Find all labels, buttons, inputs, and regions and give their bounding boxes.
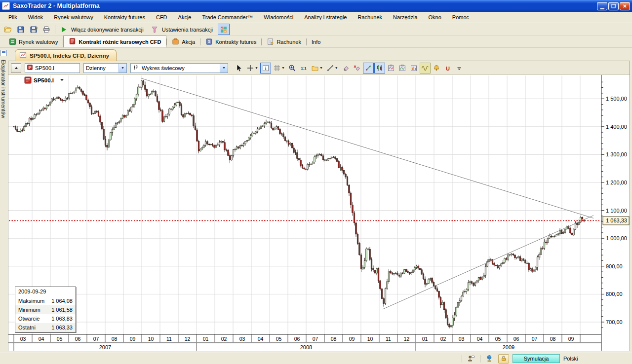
menu-bar: PlikWidokRynek walutowyKontrakty futures… <box>0 12 632 23</box>
trade-settings-icon[interactable] <box>149 24 160 35</box>
zoom-tool-icon[interactable] <box>287 63 298 73</box>
chart-window: SP500.I Dzienny ▼ Wykres świecowy ▼ ▼i▼1… <box>8 61 630 351</box>
module-tab-rynek-walutowy[interactable]: Rynek walutowy <box>4 36 63 47</box>
scale-arrows-icon[interactable] <box>363 63 374 73</box>
simulation-mode-badge[interactable]: Symulacja <box>513 354 560 363</box>
grid-settings-icon[interactable]: ▼ <box>272 63 286 73</box>
templates-folder-icon[interactable]: ▼ <box>310 63 324 73</box>
copy-image-icon[interactable] <box>397 63 408 73</box>
svg-text:02: 02 <box>221 336 227 342</box>
chevron-down-icon[interactable]: ▼ <box>220 64 228 73</box>
trade-settings-button[interactable]: Ustawienia transakcji <box>162 27 213 33</box>
magnet-icon[interactable]: U <box>442 63 453 73</box>
menu-item[interactable]: CFD <box>151 13 173 22</box>
svg-text:04: 04 <box>477 336 483 342</box>
svg-text:12: 12 <box>185 336 191 342</box>
title-bar: SaxoTrader 2 - Multiplatforma ▁ ❐ ✕ <box>0 0 632 12</box>
svg-text:03: 03 <box>459 336 465 342</box>
toolbar-overflow-icon[interactable] <box>454 63 465 73</box>
chevron-down-icon[interactable]: ▼ <box>255 66 258 70</box>
candlestick-chart[interactable]: 1 500,001 400,001 300,001 200,001 100,00… <box>8 75 630 351</box>
open-document-icon[interactable] <box>2 24 14 35</box>
menu-item[interactable]: Okno <box>423 13 447 22</box>
one-to-one-icon[interactable]: 1:1 <box>298 63 309 73</box>
alerts-icon[interactable] <box>431 63 442 73</box>
save-icon[interactable] <box>15 24 27 35</box>
pointer-tool-icon[interactable] <box>234 63 244 73</box>
svg-text:05: 05 <box>495 336 501 342</box>
menu-item[interactable]: Kontrakty futures <box>99 13 151 22</box>
chevron-down-icon[interactable]: ▼ <box>118 64 126 73</box>
collapse-panel-button[interactable] <box>11 63 21 73</box>
svg-text:03: 03 <box>239 336 245 342</box>
svg-text:06: 06 <box>514 336 519 342</box>
svg-text:07: 07 <box>532 336 538 342</box>
instrument-input[interactable]: SP500.I <box>25 63 80 73</box>
trendline-tool-icon[interactable]: ▼ <box>325 63 340 73</box>
chart-type-select[interactable]: Wykres świecowy ▼ <box>130 63 228 73</box>
candle-colors-icon[interactable] <box>374 63 385 73</box>
fx-tab-icon <box>9 38 16 46</box>
print-icon[interactable] <box>40 24 52 35</box>
menu-item[interactable]: Rachunek <box>352 13 388 22</box>
svg-text:U: U <box>446 65 450 71</box>
menu-item[interactable]: Akcje <box>173 13 197 22</box>
svg-text:05: 05 <box>276 336 282 342</box>
language-label[interactable]: Polski <box>563 356 584 362</box>
menu-item[interactable]: Widok <box>23 13 49 22</box>
instrument-explorer-button[interactable] <box>0 50 7 56</box>
chevron-down-icon[interactable]: ▼ <box>335 66 338 70</box>
status-bar: Symulacja Polski <box>0 353 632 364</box>
svg-text:10: 10 <box>367 336 373 342</box>
module-tab-label: Rynek walutowy <box>19 39 58 45</box>
svg-text:01: 01 <box>422 336 428 342</box>
lock-icon[interactable] <box>498 354 509 364</box>
module-tab-info[interactable]: Info <box>307 36 325 47</box>
chat-user-icon[interactable] <box>466 354 476 364</box>
export-chart-icon[interactable] <box>408 63 419 73</box>
menu-item[interactable]: Rynek walutowy <box>48 13 98 22</box>
enable-trading-button[interactable]: Włącz dokonywanie transakcji <box>71 27 144 33</box>
tooltip-value: 1 063,33 <box>51 325 73 330</box>
chevron-down-icon[interactable]: ▼ <box>319 66 323 70</box>
module-tab-kontrakty-futures[interactable]: SKontrakty futures <box>200 36 261 47</box>
tooltip-label: Ostatni <box>18 325 36 330</box>
svg-text:?: ? <box>36 26 38 31</box>
eraser-tool-icon[interactable] <box>340 63 351 73</box>
chevron-down-icon[interactable]: ▼ <box>281 66 285 70</box>
clear-drawings-icon[interactable] <box>352 63 362 73</box>
module-tab-akcja[interactable]: Akcja <box>167 36 200 47</box>
svg-text:11: 11 <box>386 336 391 342</box>
main-toolbar: ? Włącz dokonywanie transakcji Ustawieni… <box>0 23 632 36</box>
chart-document-tab[interactable]: SP500.I, Indeks CFD, Dzienny <box>15 49 117 61</box>
menu-item[interactable]: Narzędzia <box>388 13 423 22</box>
module-tab-label: Akcja <box>182 39 195 45</box>
module-tab-kontrakt-r-nic-kursowych-cfd[interactable]: Kontrakt różnic kursowych CFD <box>63 36 166 47</box>
enable-trading-icon[interactable] <box>58 24 70 35</box>
tooltip-row: Maksimum1 064,08 <box>15 296 76 305</box>
period-select[interactable]: Dzienny ▼ <box>83 63 127 73</box>
menu-item[interactable]: Trade Commander™ <box>197 13 258 22</box>
tooltip-label: Maksimum <box>18 298 44 304</box>
menu-item[interactable]: Plik <box>3 13 23 22</box>
tooltip-value: 1 064,08 <box>51 298 73 304</box>
tooltip-value: 1 063,83 <box>51 316 73 322</box>
menu-item[interactable]: Wiadomości <box>258 13 299 22</box>
save-as-icon[interactable]: ? <box>28 24 40 35</box>
copy-chart-icon[interactable] <box>386 63 396 73</box>
svg-text:09: 09 <box>568 336 574 342</box>
menu-item[interactable]: Pomoc <box>447 13 474 22</box>
svg-text:08: 08 <box>550 336 556 342</box>
oscillator-icon[interactable] <box>420 63 431 73</box>
module-tab-rachunek[interactable]: Rachunek <box>262 36 306 47</box>
svg-text:11: 11 <box>166 336 172 342</box>
instrument-icon <box>27 64 33 72</box>
crosshair-tool-icon[interactable]: ▼ <box>245 63 260 73</box>
candle-tooltip: 2009-09-29 Maksimum1 064,08Minimum1 061,… <box>15 287 76 332</box>
minimize-button[interactable]: ▁ <box>597 2 607 10</box>
workspace-grid-button[interactable] <box>218 24 230 35</box>
close-button[interactable]: ✕ <box>620 2 630 10</box>
menu-item[interactable]: Analizy i strategie <box>299 13 352 22</box>
restore-button[interactable]: ❐ <box>608 2 619 10</box>
info-tool-icon[interactable]: i <box>260 63 271 73</box>
